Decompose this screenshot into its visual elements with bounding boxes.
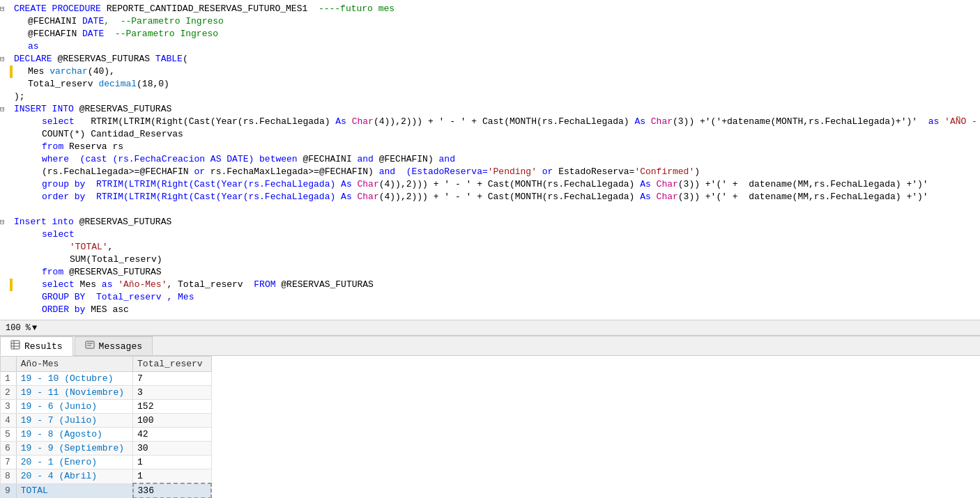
no-collapse — [0, 28, 10, 40]
results-area[interactable]: Año-MesTotal_reserv119 - 10 (Octubre)721… — [0, 356, 980, 498]
code-token: Char — [357, 192, 378, 202]
no-collapse — [0, 78, 10, 91]
code-token: @FECHAFIN) — [319, 166, 379, 177]
collapse-icon[interactable]: ⊟ — [0, 103, 10, 116]
code-line: ORDER by MES asc — [0, 304, 980, 316]
no-collapse — [0, 254, 10, 266]
code-line — [0, 203, 980, 216]
code-line: (rs.FechaLlegada>=@FECHAFIN or rs.FechaM… — [0, 166, 980, 178]
code-token: TABLE — [155, 54, 183, 64]
tabs-bar: Results Messages — [0, 336, 980, 356]
zoom-dropdown-icon[interactable]: ▼ — [32, 323, 37, 333]
tab-messages[interactable]: Messages — [75, 336, 153, 355]
collapse-icon[interactable]: ⊟ — [0, 216, 10, 228]
line-content: select RTRIM(LTRIM(Right(Cast(Year(rs.Fe… — [14, 116, 980, 128]
code-token: (18,0) — [137, 79, 169, 89]
line-content: GROUP BY Total_reserv , Mes — [14, 291, 980, 304]
code-token: (4)),2))) + ' - ' + Cast(MONTH(rs.FechaL… — [379, 179, 640, 189]
row-number: 4 — [1, 414, 17, 428]
code-line: order by RTRIM(LTRIM(Right(Cast(Year(rs.… — [0, 191, 980, 203]
zoom-bar: 100 % ▼ — [0, 320, 980, 336]
code-token: Reserva rs — [69, 141, 123, 152]
line-content: 'TOTAL', — [14, 241, 980, 254]
code-token: (Total_reserv) — [86, 254, 162, 265]
cell-año-mes: 19 - 6 (Junio) — [16, 400, 132, 414]
line-content: DECLARE @RESERVAS_FUTURAS TABLE( — [14, 53, 980, 65]
cell-año-mes: 20 - 4 (Abril) — [16, 469, 132, 484]
line-content: order by RTRIM(LTRIM(Right(Cast(Year(rs.… — [14, 191, 980, 203]
code-token: --Parametro Ingreso — [104, 29, 218, 39]
table-row: 319 - 6 (Junio)152 — [1, 400, 212, 414]
line-content: group by RTRIM(LTRIM(Right(Cast(Year(rs.… — [14, 178, 980, 191]
zoom-label: 100 % — [6, 323, 31, 333]
code-line: from Reserva rs — [0, 141, 980, 153]
code-line: ⊟INSERT INTO @RESERVAS_FUTURAS — [0, 103, 980, 116]
code-token: and (EstadoReserva= — [379, 166, 488, 177]
row-number: 3 — [1, 400, 17, 414]
code-token: Char — [357, 179, 378, 189]
code-token: @FECHAINI — [28, 16, 82, 26]
table-row: 219 - 11 (Noviembre)3 — [1, 386, 212, 400]
cell-año-mes: 20 - 1 (Enero) — [16, 456, 132, 469]
row-number: 5 — [1, 428, 17, 442]
code-editor[interactable]: ⊟CREATE PROCEDURE REPORTE_CANTIDAD_RESER… — [0, 0, 980, 320]
cell-año-mes: 19 - 8 (Agosto) — [16, 428, 132, 442]
no-collapse — [0, 166, 10, 178]
collapse-icon[interactable]: ⊟ — [0, 53, 10, 65]
code-token: Char — [657, 179, 678, 189]
cell-año-mes: TOTAL — [16, 483, 132, 498]
code-token: and — [439, 154, 455, 164]
code-line: SUM(Total_reserv) — [0, 254, 980, 266]
line-content: ORDER by MES asc — [14, 304, 980, 316]
no-collapse — [0, 228, 10, 241]
code-line: Total_reserv decimal(18,0) — [0, 78, 980, 91]
code-token: (40), — [88, 66, 115, 77]
code-token: @FECHAFIN — [139, 166, 194, 177]
no-collapse — [0, 191, 10, 203]
line-content: from @RESERVAS_FUTURAS — [14, 266, 980, 279]
code-token: ) — [694, 166, 700, 177]
code-token: AS DATE — [210, 154, 249, 164]
code-line: where (cast (rs.FechaCreacion AS DATE) b… — [0, 153, 980, 166]
code-token: @FECHAFIN — [28, 29, 82, 39]
code-line: @FECHAFIN DATE --Parametro Ingreso — [0, 28, 980, 40]
code-token: @FECHAINI — [303, 154, 357, 164]
grid-icon — [10, 340, 20, 352]
code-token: DATE — [82, 16, 104, 26]
table-row: 9TOTAL336 — [1, 483, 212, 498]
code-token: CREATE — [14, 3, 52, 14]
cell-total-reserv: 336 — [133, 483, 212, 498]
code-token: (3)) +'(' + datename(MM,rs.FechaLlegada)… — [678, 192, 928, 202]
collapse-icon[interactable]: ⊟ — [0, 3, 10, 15]
code-line: select RTRIM(LTRIM(Right(Cast(Year(rs.Fe… — [0, 116, 980, 128]
no-collapse — [0, 291, 10, 304]
code-token: ( — [183, 54, 188, 64]
code-line: ⊟Insert into @RESERVAS_FUTURAS — [0, 216, 980, 228]
row-number: 6 — [1, 442, 17, 456]
table-row: 720 - 1 (Enero)1 — [1, 456, 212, 469]
line-content: select — [14, 228, 980, 241]
code-token: (rs.FechaLlegada>= — [42, 166, 139, 177]
code-token: REPORTE_CANTIDAD_RESERVAS_FUTURO_MES1 — [107, 3, 308, 14]
code-line: @FECHAINI DATE, --Parametro Ingreso — [0, 15, 980, 28]
tab-results[interactable]: Results — [0, 336, 73, 356]
code-token: @RESERVAS_FUTURAS — [69, 267, 162, 277]
code-token: 'Pending' — [488, 166, 537, 177]
row-number: 9 — [1, 483, 17, 498]
code-token: Char — [657, 192, 678, 202]
code-token: 'Año-Mes' — [118, 279, 167, 290]
line-content: Mes varchar(40), — [14, 65, 980, 78]
no-collapse — [0, 316, 10, 320]
code-line: as — [0, 40, 980, 53]
code-token: or — [194, 166, 210, 177]
line-content: Total_reserv decimal(18,0) — [14, 78, 980, 91]
code-token: 'Confirmed' — [634, 166, 694, 177]
no-collapse — [0, 141, 10, 153]
code-line: 'TOTAL', — [0, 241, 980, 254]
line-content: as — [14, 40, 980, 53]
code-token: rs.FechaMaxLlegada>= — [210, 166, 319, 177]
no-collapse — [0, 241, 10, 254]
tab-label: Results — [24, 341, 63, 352]
no-collapse — [0, 266, 10, 279]
code-token: Insert into — [14, 217, 79, 227]
